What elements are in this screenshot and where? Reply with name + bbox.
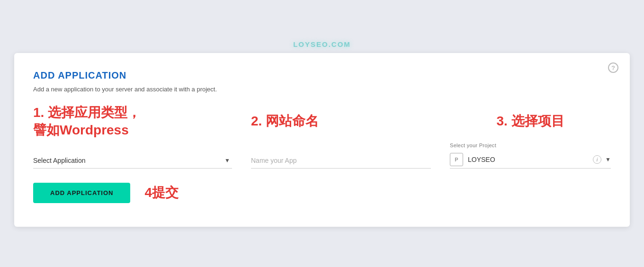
- project-info-icon[interactable]: i: [593, 155, 601, 164]
- project-value: LOYSEO: [468, 156, 593, 163]
- card: ? ADD APPLICATION Add a new application …: [14, 53, 630, 227]
- step3-annotation: 3. 选择项目: [496, 113, 564, 130]
- page-title: ADD APPLICATION: [33, 70, 611, 81]
- project-dropdown-arrow-icon[interactable]: ▼: [605, 156, 611, 163]
- application-select[interactable]: Select Application WordPress PHP Laravel…: [33, 153, 232, 169]
- add-application-button[interactable]: ADD APPLICATION: [33, 183, 130, 203]
- app-name-input[interactable]: [251, 153, 431, 169]
- project-icon: P: [450, 153, 463, 166]
- project-select[interactable]: P LOYSEO i ▼: [450, 151, 611, 169]
- watermark: LOYSEO.COM: [293, 40, 351, 48]
- step4-annotation: 4提交: [144, 184, 179, 202]
- step2-annotation: 2. 网站命名: [251, 113, 319, 130]
- step1-annotation: 1. 选择应用类型， 譬如Wordpress: [33, 104, 232, 139]
- page-subtitle: Add a new application to your server and…: [33, 86, 611, 93]
- help-icon[interactable]: ?: [608, 62, 618, 73]
- project-label: Select your Project: [450, 142, 611, 148]
